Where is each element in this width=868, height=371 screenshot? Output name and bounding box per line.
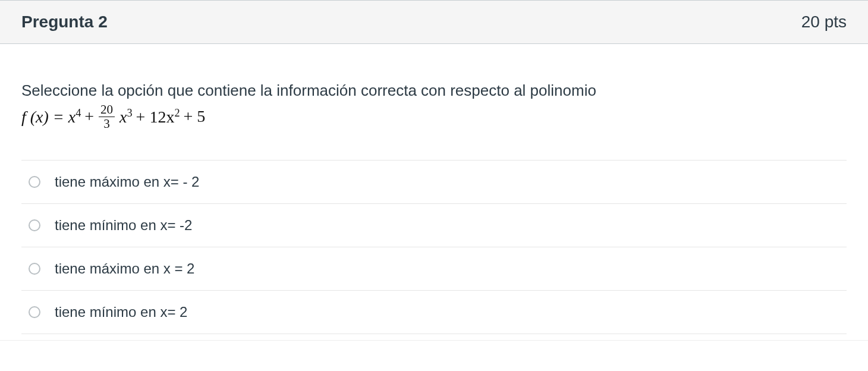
question-title: Pregunta 2 xyxy=(21,12,108,32)
option-label: tiene mínimo en x= 2 xyxy=(55,304,187,320)
formula-exp2: 3 xyxy=(127,107,133,119)
fraction-denominator: 3 xyxy=(103,117,110,130)
radio-icon[interactable] xyxy=(29,176,40,188)
option-label: tiene máximo en x= - 2 xyxy=(55,174,199,190)
question-header: Pregunta 2 20 pts xyxy=(0,1,868,44)
answer-option[interactable]: tiene máximo en x= - 2 xyxy=(21,160,847,203)
option-label: tiene máximo en x = 2 xyxy=(55,260,194,277)
fraction-numerator: 20 xyxy=(99,103,115,117)
question-prompt: Seleccione la opción que contiene la inf… xyxy=(21,80,847,102)
radio-icon[interactable] xyxy=(29,263,40,275)
formula-lead: f (x) = x xyxy=(21,108,76,126)
question-card: Pregunta 2 20 pts Seleccione la opción q… xyxy=(0,0,868,341)
answer-option[interactable]: tiene mínimo en x= -2 xyxy=(21,203,847,247)
answer-option[interactable]: tiene máximo en x = 2 xyxy=(21,247,847,290)
formula-fraction: 20 3 xyxy=(99,103,115,130)
question-body: Seleccione la opción que contiene la inf… xyxy=(0,44,868,340)
question-formula: f (x) = x4 + 20 3 x3 + 12x2 + 5 xyxy=(21,103,847,130)
formula-exp1: 4 xyxy=(76,107,81,119)
radio-icon[interactable] xyxy=(29,219,40,231)
answer-option[interactable]: tiene mínimo en x= 2 xyxy=(21,290,847,334)
formula-mid: x xyxy=(119,108,127,126)
answer-options: tiene máximo en x= - 2 tiene mínimo en x… xyxy=(21,160,847,334)
radio-icon[interactable] xyxy=(29,306,40,318)
option-label: tiene mínimo en x= -2 xyxy=(55,217,192,234)
formula-plus2: + 12x xyxy=(136,108,175,126)
question-points: 20 pts xyxy=(801,12,847,32)
formula-exp3: 2 xyxy=(174,107,180,119)
formula-tail: + 5 xyxy=(184,107,206,126)
formula-plus1: + xyxy=(84,107,94,126)
